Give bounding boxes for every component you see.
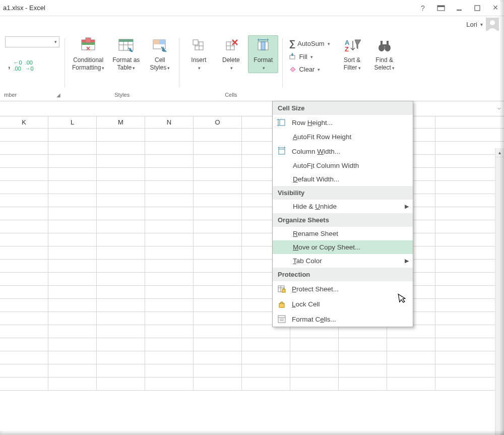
menu-move-or-copy-sheet[interactable]: Move or Copy Sheet... (273, 240, 413, 254)
table-row[interactable] (0, 364, 504, 378)
menu-section-visibility: Visibility (273, 186, 413, 200)
table-row[interactable] (0, 194, 504, 207)
sigma-icon: ∑ (289, 38, 295, 49)
menu-rename-sheet[interactable]: Rename Sheet (273, 227, 413, 240)
format-as-table-button[interactable]: Format asTable▾ (109, 35, 143, 73)
col-header[interactable]: K (0, 116, 48, 128)
increase-decimal-button[interactable]: ←0.00 (13, 59, 22, 72)
worksheet-grid[interactable]: K L M N O S (0, 116, 504, 391)
decrease-decimal-button[interactable]: .00→0 (25, 59, 34, 72)
avatar[interactable] (486, 18, 499, 31)
fill-button[interactable]: Fill ▾ (287, 51, 332, 63)
table-row[interactable] (0, 286, 504, 299)
fill-label: Fill (299, 53, 307, 60)
menu-lock-cell[interactable]: Lock Cell (273, 296, 413, 312)
table-row[interactable] (0, 378, 504, 391)
table-row[interactable] (0, 273, 504, 286)
submenu-arrow-icon: ▶ (405, 258, 409, 264)
title-bar-controls: ? × (417, 3, 501, 14)
clear-button[interactable]: Clear ▾ (287, 64, 332, 75)
user-dropdown-arrow[interactable]: ▾ (480, 22, 483, 27)
delete-label: Delete (222, 56, 240, 64)
table-row[interactable] (0, 220, 504, 233)
clear-label: Clear (299, 66, 314, 73)
menu-protect-sheet[interactable]: Protect Sheet... (273, 281, 413, 296)
menu-tab-color[interactable]: Tab Color ▶ (273, 254, 413, 268)
user-name[interactable]: Lori (466, 21, 477, 28)
table-row[interactable] (0, 129, 504, 142)
svg-rect-18 (153, 40, 159, 44)
col-header[interactable]: N (145, 116, 194, 128)
maximize-button[interactable] (472, 3, 483, 14)
column-width-icon (277, 147, 287, 156)
scroll-up-button[interactable]: ▴ (495, 148, 504, 157)
delete-button[interactable]: Delete▾ (216, 35, 246, 73)
formula-bar[interactable]: ⌵ (0, 101, 504, 116)
format-as-table-label: Format asTable (112, 56, 140, 71)
table-row[interactable] (0, 260, 504, 273)
table-row[interactable] (0, 142, 504, 155)
menu-label: Hide & Unhide (293, 203, 337, 210)
table-row[interactable] (0, 246, 504, 260)
number-group-label: mber (4, 92, 17, 98)
col-header[interactable]: O (194, 116, 242, 128)
table-row[interactable] (0, 312, 504, 325)
insert-label: Insert (191, 56, 206, 64)
table-row[interactable] (0, 207, 504, 220)
autosum-button[interactable]: ∑ AutoSum ▾ (287, 37, 332, 50)
menu-autofit-row-height[interactable]: AutoFit Row Height (273, 130, 413, 144)
column-headers: K L M N O S (0, 116, 504, 129)
comma-style-button[interactable]: , (8, 61, 10, 70)
cell-styles-label: CellStyles (150, 56, 167, 71)
cells-group: Insert▾ Delete▾ Format▾ Cells (179, 35, 282, 101)
conditional-formatting-button[interactable]: ConditionalFormatting▾ (69, 35, 107, 73)
table-row[interactable] (0, 181, 504, 194)
help-button[interactable]: ? (417, 3, 428, 14)
table-row[interactable] (0, 325, 504, 338)
ribbon: ▾ , ←0.00 .00→0 mber ◢ Co (0, 32, 504, 101)
table-row[interactable] (0, 168, 504, 181)
cell-styles-button[interactable]: CellStyles▾ (145, 35, 175, 73)
close-button[interactable]: × (490, 3, 501, 14)
svg-rect-48 (279, 303, 284, 307)
menu-autofit-column-width[interactable]: AutoFit Column Width (273, 159, 413, 172)
eraser-icon (289, 65, 297, 74)
cells-group-label: Cells (183, 90, 278, 101)
menu-hide-unhide[interactable]: Hide & Unhide ▶ (273, 200, 413, 213)
menu-label: Tab Color (293, 257, 322, 265)
col-header[interactable]: M (97, 116, 145, 128)
table-row[interactable] (0, 233, 504, 246)
minimize-button[interactable] (454, 3, 465, 14)
svg-rect-39 (383, 44, 387, 46)
expand-formula-bar-icon[interactable]: ⌵ (497, 104, 501, 111)
menu-column-width[interactable]: Column Width... (273, 144, 413, 159)
styles-group-label: Styles (69, 90, 175, 101)
dialog-launcher-icon[interactable]: ◢ (56, 92, 60, 98)
submenu-arrow-icon: ▶ (405, 203, 409, 210)
menu-format-cells[interactable]: Format Cells... (273, 312, 413, 327)
menu-label: Row Height... (292, 119, 333, 127)
find-select-button[interactable]: Find &Select▾ (369, 35, 400, 73)
ribbon-display-button[interactable] (435, 3, 447, 14)
table-row[interactable] (0, 299, 504, 312)
menu-label: AutoFit Row Height (293, 133, 351, 141)
col-header[interactable]: L (48, 116, 97, 128)
format-button[interactable]: Format▾ (248, 35, 278, 73)
conditional-formatting-icon (79, 36, 97, 54)
sort-filter-button[interactable]: AZ Sort &Filter▾ (337, 35, 367, 73)
insert-button[interactable]: Insert▾ (183, 35, 214, 73)
vertical-scrollbar[interactable]: ▴ (495, 148, 504, 435)
sort-filter-icon: AZ (343, 36, 361, 54)
svg-rect-9 (86, 38, 91, 43)
svg-rect-37 (381, 41, 383, 46)
number-format-combo[interactable]: ▾ (5, 36, 59, 47)
menu-label: Default Width... (293, 175, 339, 183)
find-select-label: Find &Select (374, 56, 394, 71)
table-row[interactable] (0, 351, 504, 364)
table-row[interactable] (0, 338, 504, 351)
binoculars-icon (375, 36, 394, 54)
menu-default-width[interactable]: Default Width... (273, 172, 413, 186)
svg-rect-13 (119, 39, 133, 42)
menu-row-height[interactable]: Row Height... (273, 115, 413, 130)
table-row[interactable] (0, 155, 504, 168)
